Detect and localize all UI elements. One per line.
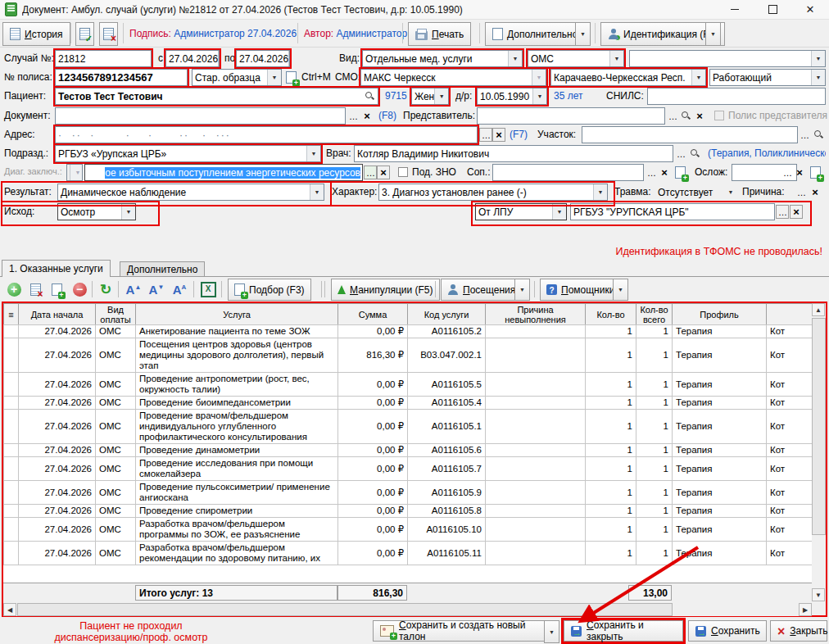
cell-doctor[interactable]: Кот — [767, 444, 813, 457]
cell-code[interactable]: A0116105.1 — [408, 410, 486, 444]
cell-code[interactable]: A0116105.2 — [408, 325, 486, 338]
cell-sum[interactable]: 0,00 ₽ — [338, 410, 408, 444]
chevron-down-icon[interactable] — [121, 204, 135, 220]
cell-pay[interactable]: ОМС — [96, 518, 136, 542]
sop-clear-button[interactable] — [658, 166, 671, 179]
cell-sel[interactable] — [4, 325, 19, 338]
refresh-button[interactable]: ↻ — [97, 280, 115, 298]
chevron-down-icon[interactable] — [609, 51, 623, 66]
cell-service[interactable]: Проведение антропометрии (рост, вес, окр… — [136, 373, 338, 397]
table-row[interactable]: 27.04.2026ОМСПроведение исследования при… — [4, 457, 813, 481]
cell-doctor[interactable]: Кот — [767, 338, 813, 373]
cell-qty[interactable]: 1 — [586, 444, 636, 457]
doctor-more-button[interactable] — [674, 147, 687, 161]
date-to-select[interactable]: 27.04.2026 — [236, 50, 290, 67]
table-row[interactable]: 27.04.2026ОМСПосещения центров здоровья … — [4, 338, 813, 373]
cell-pay[interactable]: ОМС — [96, 542, 136, 565]
cell-service[interactable]: Анкетирование пациента по теме ЗОЖ — [136, 325, 338, 338]
font-increase-button[interactable]: A▲ — [125, 280, 143, 298]
cell-pay[interactable]: ОМС — [96, 457, 136, 481]
policy-type-select[interactable]: Стар. образца — [192, 69, 282, 86]
cell-date[interactable]: 27.04.2026 — [19, 505, 96, 518]
column-header[interactable] — [767, 304, 813, 326]
close-window-button[interactable]: ✕ — [791, 0, 829, 19]
snils-input[interactable] — [647, 88, 826, 105]
cell-qty[interactable]: 1 — [586, 518, 636, 542]
scroll-up-icon[interactable]: ▲ — [812, 303, 825, 316]
chevron-down-icon[interactable] — [532, 88, 546, 104]
cell-reason[interactable] — [486, 481, 586, 505]
cell-reason[interactable] — [486, 373, 586, 397]
vertical-scrollbar[interactable]: ▲ ▼ — [812, 303, 826, 602]
address-more-button[interactable] — [479, 128, 492, 142]
document-input[interactable] — [55, 107, 346, 125]
cell-sum[interactable]: 0,00 ₽ — [338, 444, 408, 457]
chevron-down-icon[interactable] — [811, 51, 825, 66]
doctor-input[interactable] — [354, 145, 673, 162]
lpu-input[interactable] — [570, 203, 775, 220]
oslozh-add-icon[interactable] — [810, 166, 821, 179]
patient-input[interactable]: Тестов Тест Тестович — [55, 88, 378, 105]
cell-code[interactable]: A0116105.11 — [408, 542, 486, 565]
cell-qtytot[interactable]: 1 — [636, 518, 673, 542]
hscroll-thumb[interactable] — [17, 603, 673, 616]
more-dropdown-button[interactable] — [575, 22, 591, 46]
cell-service[interactable]: Проведение биоимпедансометрии — [136, 397, 338, 410]
cell-pay[interactable]: ОМС — [96, 481, 136, 505]
cell-reason[interactable] — [486, 542, 586, 565]
diagnosis-clear-button[interactable] — [377, 166, 390, 179]
maximize-button[interactable] — [754, 0, 791, 19]
table-row[interactable]: 27.04.2026ОМСРазработка врачом/фельдшеро… — [4, 542, 813, 565]
cell-qtytot[interactable]: 1 — [636, 481, 673, 505]
cell-doctor[interactable]: Кот — [767, 325, 813, 338]
cell-pay[interactable]: ОМС — [96, 325, 136, 338]
unsign-button[interactable] — [99, 22, 118, 46]
cell-sum[interactable]: 0,00 ₽ — [338, 373, 408, 397]
trauma-select[interactable]: Отсутствует — [655, 184, 737, 201]
edit-row-button[interactable] — [26, 280, 44, 298]
cell-reason[interactable] — [486, 410, 586, 444]
cell-doctor[interactable]: Кот — [767, 481, 813, 505]
export-excel-button[interactable]: X — [199, 280, 217, 298]
cell-doctor[interactable]: Кот — [767, 457, 813, 481]
cell-doctor[interactable]: Кот — [767, 410, 813, 444]
save-close-button[interactable]: Сохранить и закрыть — [564, 620, 683, 642]
representative-clear-button[interactable] — [693, 109, 706, 123]
cell-qty[interactable]: 1 — [586, 505, 636, 518]
visits-button[interactable]: Посещения — [441, 279, 522, 301]
representative-input[interactable] — [477, 107, 665, 125]
region-select[interactable]: Карачаево-Черкесская Респ. — [550, 69, 706, 86]
cell-code[interactable]: A0116105.10 — [408, 518, 486, 542]
sop-add-icon[interactable] — [675, 166, 686, 179]
table-row[interactable]: 27.04.2026ОМСАнкетирование пациента по т… — [4, 325, 813, 338]
cell-reason[interactable] — [486, 505, 586, 518]
uchastok-search-button[interactable] — [812, 128, 825, 142]
minimize-button[interactable] — [716, 0, 754, 19]
sex-select[interactable]: Жен — [411, 88, 449, 105]
cell-qty[interactable]: 1 — [586, 410, 636, 444]
cell-qty[interactable]: 1 — [586, 325, 636, 338]
cell-service[interactable]: Проведение врачом/фельдшером индивидуаль… — [136, 410, 338, 444]
chevron-down-icon[interactable] — [724, 184, 737, 201]
address-input[interactable] — [55, 126, 478, 143]
cell-doctor[interactable]: Кот — [767, 518, 813, 542]
cell-qty[interactable]: 1 — [586, 338, 636, 373]
cell-reason[interactable] — [486, 338, 586, 373]
table-row[interactable]: 27.04.2026ОМСПроведение антропометрии (р… — [4, 373, 813, 397]
cell-qty[interactable]: 1 — [586, 481, 636, 505]
cell-sum[interactable]: 0,00 ₽ — [338, 505, 408, 518]
birth-date-select[interactable]: 10.05.1990 — [477, 88, 547, 105]
cell-doctor[interactable]: Кот — [767, 397, 813, 410]
manipulations-button[interactable]: Манипуляции (F5) — [331, 279, 440, 301]
column-header[interactable]: Кол-во всего — [636, 304, 673, 326]
cell-pay[interactable]: ОМС — [96, 338, 136, 373]
cell-date[interactable]: 27.04.2026 — [19, 481, 96, 505]
tab-additional[interactable]: Дополнительно — [120, 261, 205, 277]
oslozh-more-button[interactable] — [781, 166, 794, 179]
chevron-down-icon[interactable] — [288, 51, 290, 66]
cell-profile[interactable]: Терапия — [673, 338, 767, 373]
cell-code[interactable]: A0116105.8 — [408, 505, 486, 518]
cell-sel[interactable] — [4, 505, 19, 518]
smo-select[interactable]: МАКС Черкесск — [360, 69, 546, 86]
sign-button[interactable] — [75, 22, 94, 46]
